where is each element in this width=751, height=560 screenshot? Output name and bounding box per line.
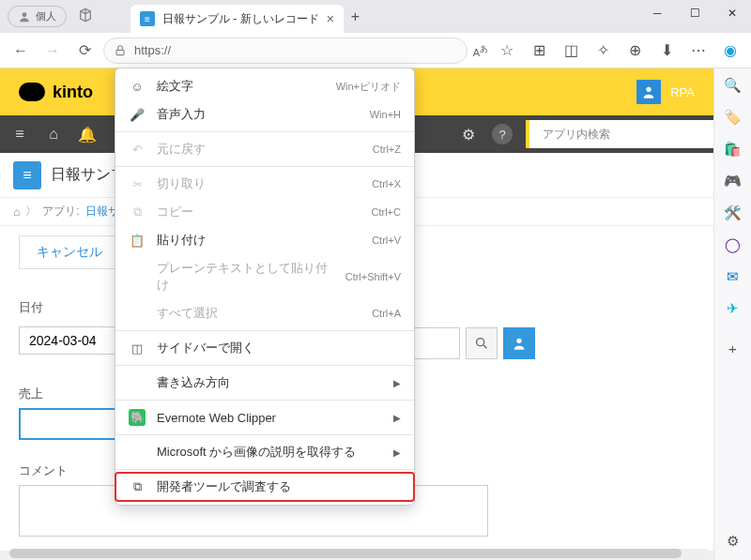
cloud-icon [19, 83, 45, 101]
copilot-button[interactable]: ◉ [717, 38, 743, 64]
menu-item-label: 切り取り [157, 175, 360, 192]
minimize-button[interactable]: ─ [638, 0, 676, 26]
menu-item-mic[interactable]: 🎤音声入力Win+H [115, 100, 414, 129]
url-field[interactable]: https:// [103, 38, 467, 64]
menu-button[interactable]: ⋯ [685, 38, 712, 64]
extensions-button[interactable]: ⊞ [526, 38, 552, 64]
new-tab-button[interactable]: + [351, 8, 360, 25]
menu-item-label: コピー [157, 204, 360, 220]
menu-item-emoji[interactable]: ☺絵文字Win+ピリオド [115, 72, 414, 100]
blank-icon [129, 374, 146, 391]
help-icon[interactable]: ? [492, 124, 513, 144]
menu-item-shortcut: Win+H [370, 109, 401, 120]
username: RPA [670, 85, 695, 99]
inspect-icon: ⧉ [129, 478, 146, 495]
menu-item-label: 絵文字 [157, 78, 325, 95]
sidebar-send-icon[interactable]: ✈ [724, 299, 743, 318]
refresh-button[interactable]: ⟳ [71, 38, 98, 64]
menu-item-evernote[interactable]: 🐘Evernote Web Clipper▶ [115, 403, 414, 431]
menu-item-shortcut: Ctrl+A [372, 308, 401, 319]
gear-icon[interactable]: ⚙ [458, 124, 479, 144]
kintone-logo[interactable]: kinto [19, 83, 93, 102]
horizontal-scrollbar[interactable] [9, 549, 710, 558]
favorite-button[interactable]: ☆ [494, 38, 520, 64]
tab-close-button[interactable]: × [327, 11, 334, 26]
blank-icon [129, 268, 146, 285]
mic-icon: 🎤 [129, 106, 146, 123]
maximize-button[interactable]: ☐ [676, 0, 713, 26]
kintone-user[interactable]: RPA [636, 80, 695, 104]
menu-separator [115, 166, 414, 167]
sidebar-outlook-icon[interactable]: ✉ [724, 267, 743, 286]
menu-item-inspect[interactable]: ⧉開発者ツールで調査する [115, 473, 414, 501]
menu-item-shortcut: Ctrl+V [372, 235, 401, 246]
tab-title: 日報サンプル - 新しいレコード [162, 11, 319, 27]
sidebar-add-icon[interactable]: + [724, 339, 743, 357]
svg-point-4 [516, 339, 521, 343]
menu-item-label: 開発者ツールで調査する [157, 478, 401, 495]
tab-favicon: ≡ [140, 11, 155, 26]
menu-item-sidebar[interactable]: ◫サイドバーで開く [115, 334, 414, 362]
menu-item-shortcut: Win+ピリオド [336, 80, 401, 94]
menu-separator [115, 365, 414, 366]
sidebar-settings-icon[interactable]: ⚙ [724, 532, 743, 551]
downloads-button[interactable]: ⬇ [653, 38, 680, 64]
menu-item-shortcut: Ctrl+Shift+V [345, 271, 401, 282]
menu-item-undo: ↶元に戻すCtrl+Z [115, 135, 414, 163]
window-titlebar: 個人 ≡ 日報サンプル - 新しいレコード × + ─ ☐ ✕ [0, 0, 751, 33]
bell-icon[interactable]: 🔔 [77, 124, 98, 144]
menu-separator [115, 330, 414, 331]
menu-item-shortcut: Ctrl+C [372, 206, 401, 218]
sidebar-search-icon[interactable]: 🔍 [724, 76, 743, 95]
menu-separator [115, 434, 414, 435]
copy-icon: ⧉ [129, 204, 146, 220]
app-icon: ≡ [13, 161, 41, 189]
edge-sidebar: 🔍 🏷️ 🛍️ 🎮 🛠️ ◯ ✉ ✈ + ⚙ [713, 68, 751, 560]
sidebar-game-icon[interactable]: 🎮 [724, 172, 743, 190]
forward-button: → [39, 38, 66, 64]
menu-item-label: 貼り付け [157, 232, 360, 249]
font-size-indicator[interactable]: Aあ [473, 43, 488, 58]
menu-item-copy: ⧉コピーCtrl+C [115, 198, 414, 226]
favorites-bar-button[interactable]: ✧ [590, 38, 616, 64]
app-search-input[interactable]: アプリ内検索 [526, 120, 713, 148]
blank-icon [129, 444, 146, 461]
avatar [636, 80, 661, 104]
menu-item-label: Evernote Web Clipper [157, 411, 382, 425]
scrollbar-thumb[interactable] [9, 549, 682, 558]
menu-separator [115, 131, 414, 132]
profile-label: 個人 [36, 9, 56, 23]
sidebar-tools-icon[interactable]: 🛠️ [724, 204, 743, 222]
sidebar-office-icon[interactable]: ◯ [724, 235, 743, 254]
menu-item-generic[interactable]: Microsoft から画像の説明を取得する▶ [115, 438, 414, 466]
menu-item-generic: プレーンテキストとして貼り付けCtrl+Shift+V [115, 254, 414, 299]
menu-item-label: 音声入力 [157, 106, 359, 123]
workspace-icon[interactable] [78, 8, 93, 26]
home-icon[interactable]: ⌂ [43, 124, 64, 144]
profile-badge[interactable]: 個人 [8, 6, 67, 27]
close-button[interactable]: ✕ [713, 0, 751, 26]
sidebar-tag-icon[interactable]: 🏷️ [724, 108, 743, 127]
collections-button[interactable]: ⊕ [621, 38, 648, 64]
split-button[interactable]: ◫ [558, 38, 584, 64]
person-add-button[interactable] [503, 327, 535, 359]
svg-rect-1 [116, 50, 124, 54]
menu-item-label: サイドバーで開く [157, 340, 401, 356]
svg-point-2 [647, 87, 651, 92]
menu-icon[interactable]: ≡ [9, 124, 30, 144]
breadcrumb-home-icon[interactable]: ⌂ [13, 205, 20, 219]
emoji-icon: ☺ [129, 78, 146, 95]
sidebar-shopping-icon[interactable]: 🛍️ [724, 140, 743, 159]
cancel-button[interactable]: キャンセル [19, 235, 120, 269]
lock-icon [114, 44, 127, 57]
browser-tab[interactable]: ≡ 日報サンプル - 新しいレコード × [130, 5, 344, 33]
person-search-button[interactable] [466, 327, 498, 359]
menu-item-shortcut: Ctrl+Z [373, 144, 401, 155]
logo-text: kinto [53, 83, 93, 102]
back-button[interactable]: ← [8, 38, 34, 64]
chevron-right-icon: ▶ [393, 447, 401, 458]
svg-point-0 [23, 12, 27, 17]
menu-item-paste[interactable]: 📋貼り付けCtrl+V [115, 226, 414, 254]
menu-item-generic[interactable]: 書き込み方向▶ [115, 369, 414, 397]
menu-separator [115, 469, 414, 470]
